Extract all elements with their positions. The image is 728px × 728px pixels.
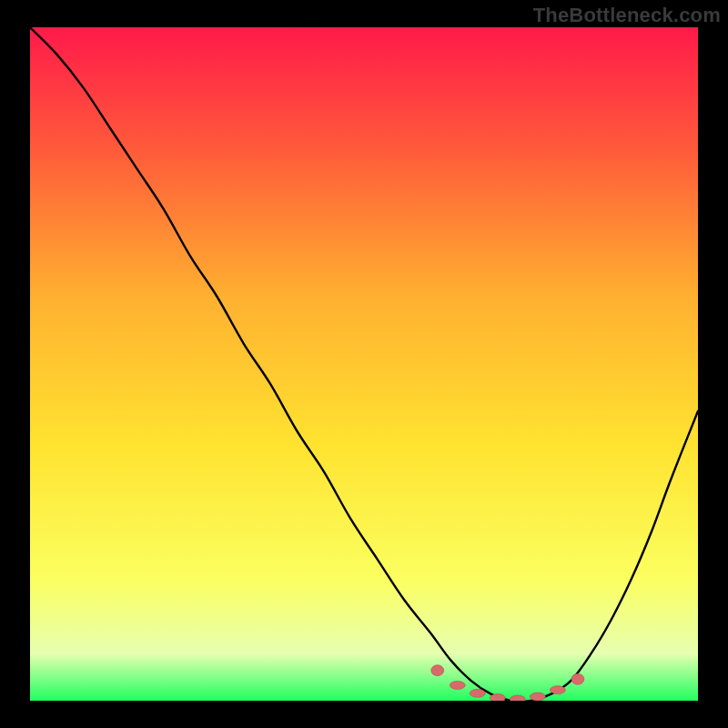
marker-dot: [571, 673, 584, 684]
bottleneck-plot: [30, 27, 698, 701]
watermark-text: TheBottleneck.com: [533, 4, 721, 27]
marker-dot: [470, 689, 485, 697]
marker-dot: [530, 693, 545, 701]
marker-dot: [490, 694, 505, 701]
gradient-background: [30, 27, 698, 701]
plot-area: [30, 27, 698, 701]
chart-frame: TheBottleneck.com: [0, 0, 728, 728]
marker-dot: [550, 686, 565, 694]
marker-dot: [431, 665, 444, 676]
marker-dot: [450, 681, 465, 689]
